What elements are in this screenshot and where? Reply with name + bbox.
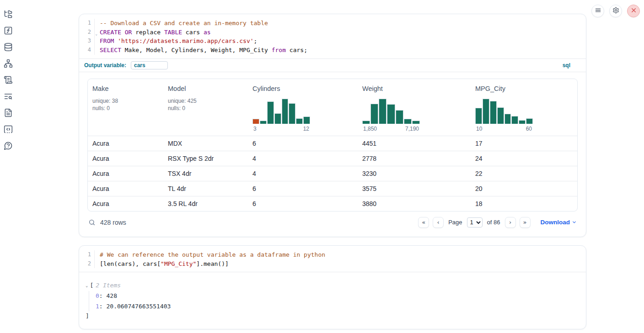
- table-row[interactable]: AcuraMDX6445117: [88, 136, 577, 151]
- output-variable-label: Output variable:: [84, 62, 126, 69]
- language-badge[interactable]: sql: [563, 62, 570, 69]
- histogram-bar[interactable]: [362, 121, 370, 124]
- python-cell-output: ⌄ [ 2 Items 0: 4281: 20.060747663551403 …: [79, 272, 586, 329]
- histogram-axis: 1060: [475, 126, 533, 132]
- histogram-bar[interactable]: [274, 113, 281, 124]
- next-page-button[interactable]: ›: [505, 217, 516, 228]
- fold-chevron-icon[interactable]: ⌄: [95, 30, 97, 39]
- histogram-bar[interactable]: [519, 120, 526, 124]
- line-number: 3: [79, 37, 95, 46]
- code-box-icon: [4, 125, 13, 135]
- table-cell: TL 4dr: [163, 185, 248, 192]
- search-icon[interactable]: [88, 219, 96, 226]
- table-cell: 6: [248, 140, 358, 147]
- sidebar-item-logs[interactable]: [0, 76, 16, 85]
- function-square-icon: [4, 26, 13, 37]
- line-number: 2: [79, 259, 95, 269]
- histogram-bar[interactable]: [412, 121, 420, 124]
- sidebar-item-help[interactable]: [0, 142, 16, 151]
- code-line[interactable]: 1# We can reference the output variable …: [79, 250, 586, 259]
- sidebar-item-data-sources[interactable]: [0, 43, 16, 52]
- shutdown-button[interactable]: [627, 5, 640, 17]
- code-line[interactable]: 3FROM 'https://datasets.marimo.app/cars.…: [79, 37, 586, 46]
- close-icon: [630, 7, 637, 15]
- table-cell: Acura: [88, 155, 163, 162]
- python-code-editor[interactable]: 1# We can reference the output variable …: [79, 246, 586, 272]
- table-cell: 3575: [358, 185, 471, 192]
- output-variable-row: Output variable: sql: [79, 59, 586, 72]
- list-entry: 0: 428: [96, 291, 580, 301]
- histogram-bar[interactable]: [252, 119, 259, 124]
- sidebar-item-file-explorer[interactable]: [0, 10, 16, 19]
- histogram-bar[interactable]: [282, 99, 289, 124]
- histogram-bar[interactable]: [490, 101, 497, 124]
- table-cell: 4: [248, 170, 358, 177]
- histogram-bar[interactable]: [497, 107, 504, 124]
- scroll-text-icon: [4, 75, 13, 86]
- previous-page-button[interactable]: ‹: [433, 217, 444, 228]
- sql-code-editor[interactable]: 1-- Download a CSV and create an in-memo…: [79, 14, 586, 58]
- table-row[interactable]: AcuraTL 4dr6357520: [88, 181, 577, 196]
- sidebar-item-dependencies[interactable]: [0, 59, 16, 69]
- settings-button[interactable]: [609, 5, 622, 17]
- sidebar-item-documentation[interactable]: [0, 109, 16, 118]
- first-page-button[interactable]: «: [418, 217, 429, 228]
- list-entry-index: 1: [96, 303, 99, 310]
- histogram-bar[interactable]: [404, 119, 412, 124]
- column-histogram[interactable]: 312: [252, 99, 310, 132]
- histogram-bar[interactable]: [475, 108, 482, 124]
- table-cell: 4: [248, 155, 358, 162]
- page-select[interactable]: 1: [467, 217, 483, 227]
- code-line[interactable]: 2⌄CREATE OR replace TABLE cars as: [79, 28, 586, 37]
- table-cell: 6: [248, 200, 358, 207]
- column-header-model[interactable]: Modelunique: 425nulls: 0: [163, 79, 248, 136]
- list-entry: 1: 20.060747663551403: [96, 301, 580, 312]
- column-label: Make: [92, 85, 161, 92]
- table-row[interactable]: AcuraTSX 4dr4323022: [88, 166, 577, 181]
- code-text: FROM 'https://datasets.marimo.app/cars.c…: [95, 37, 257, 46]
- table-cell: 2778: [358, 155, 471, 162]
- histogram-bar[interactable]: [511, 116, 518, 124]
- sidebar-item-variables[interactable]: [0, 26, 16, 36]
- column-header-make[interactable]: Makeunique: 38nulls: 0: [88, 79, 163, 136]
- histogram-bar[interactable]: [483, 99, 489, 124]
- help-bubble-icon: [4, 141, 13, 152]
- histogram-bar[interactable]: [260, 121, 267, 124]
- column-histogram[interactable]: 1060: [475, 99, 533, 132]
- column-header-cylinders[interactable]: Cylinders312: [248, 79, 358, 136]
- sidebar-item-tracing[interactable]: [0, 92, 16, 101]
- table-header-row: Makeunique: 38nulls: 0Modelunique: 425nu…: [88, 79, 577, 136]
- code-line[interactable]: 4SELECT Make, Model, Cylinders, Weight, …: [79, 46, 586, 55]
- histogram-bar[interactable]: [396, 110, 403, 124]
- pagination: « ‹ Page 1 of 86 › » Download: [418, 217, 577, 228]
- column-label: Model: [168, 85, 245, 92]
- column-header-mpg_city[interactable]: MPG_City1060: [471, 79, 577, 136]
- histogram-bar[interactable]: [267, 101, 274, 123]
- column-header-weight[interactable]: Weight1,8507,190: [358, 79, 471, 136]
- column-histogram[interactable]: 1,8507,190: [362, 99, 420, 132]
- output-variable-input[interactable]: [131, 61, 168, 69]
- last-page-button[interactable]: »: [520, 217, 531, 228]
- hamburger-menu-icon: [595, 7, 601, 15]
- histogram-bar[interactable]: [296, 118, 303, 124]
- collapse-chevron-icon[interactable]: ⌄: [86, 281, 88, 290]
- list-entry-value: : 428: [99, 292, 117, 299]
- histogram-bar[interactable]: [289, 103, 295, 124]
- histogram-bar[interactable]: [526, 118, 533, 124]
- code-line[interactable]: 1-- Download a CSV and create an in-memo…: [79, 19, 586, 28]
- histogram-bar[interactable]: [303, 116, 310, 123]
- histogram-bar[interactable]: [379, 99, 386, 124]
- table-body: AcuraMDX6445117AcuraRSX Type S 2dr427782…: [88, 136, 577, 211]
- sidebar-item-snippets[interactable]: [0, 125, 16, 134]
- table-row[interactable]: AcuraRSX Type S 2dr4277824: [88, 151, 577, 166]
- table-cell: RSX Type S 2dr: [163, 155, 248, 162]
- menu-button[interactable]: [591, 5, 604, 17]
- histogram-bar[interactable]: [504, 114, 511, 124]
- table-row[interactable]: Acura3.5 RL 4dr6388018: [88, 196, 577, 211]
- code-line[interactable]: 2[len(cars), cars["MPG_City"].mean()]: [79, 259, 586, 269]
- table-cell: 3230: [358, 170, 471, 177]
- histogram-bar[interactable]: [370, 104, 378, 124]
- download-button[interactable]: Download: [541, 219, 577, 226]
- table-cell: MDX: [163, 140, 248, 147]
- histogram-bar[interactable]: [387, 104, 395, 124]
